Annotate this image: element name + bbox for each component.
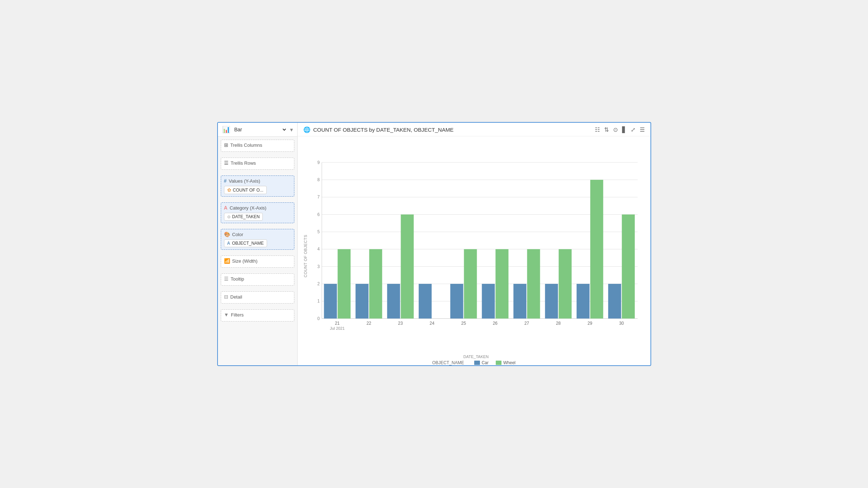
svg-text:8: 8 bbox=[317, 177, 319, 182]
legend-item-wheel: Wheel bbox=[496, 360, 515, 365]
sidebar-section-size[interactable]: 📶 Size (Width) bbox=[221, 255, 294, 268]
svg-text:2: 2 bbox=[317, 281, 319, 286]
svg-rect-45 bbox=[559, 249, 571, 318]
svg-text:5: 5 bbox=[317, 229, 319, 234]
car-legend-label: Car bbox=[482, 360, 489, 365]
wheel-legend-label: Wheel bbox=[503, 360, 515, 365]
svg-rect-29 bbox=[387, 284, 400, 319]
sidebar-section-category-x[interactable]: A Category (X-Axis) ⊙ DATE_TAKEN bbox=[221, 202, 294, 223]
sort-tool-icon[interactable]: ⇅ bbox=[604, 126, 609, 133]
target-tool-icon[interactable]: ⊙ bbox=[613, 126, 618, 133]
svg-rect-32 bbox=[419, 284, 431, 319]
sidebar-section-trellis-rows[interactable]: ☰ Trellis Rows bbox=[221, 158, 294, 170]
svg-rect-39 bbox=[495, 249, 508, 318]
tooltip-icon: ☰ bbox=[224, 276, 229, 282]
x-axis-label: DATE_TAKEN bbox=[308, 355, 645, 359]
size-header: 📶 Size (Width) bbox=[224, 258, 291, 264]
menu-tool-icon[interactable]: ☰ bbox=[640, 126, 645, 133]
chart-title: 🌐 COUNT OF OBJECTS by DATE_TAKEN, OBJECT… bbox=[303, 126, 454, 133]
svg-text:25: 25 bbox=[461, 321, 466, 326]
svg-text:26: 26 bbox=[493, 321, 498, 326]
svg-rect-50 bbox=[608, 284, 621, 319]
svg-rect-41 bbox=[513, 284, 526, 319]
filters-header: ▼ Filters bbox=[224, 312, 291, 318]
svg-rect-22 bbox=[324, 284, 337, 319]
color-header: 🎨 Color bbox=[224, 231, 291, 237]
svg-text:30: 30 bbox=[619, 321, 624, 326]
category-x-header: A Category (X-Axis) bbox=[224, 205, 291, 211]
chart-type-selector[interactable]: 📊 Bar ▾ bbox=[218, 123, 297, 137]
sidebar-section-filters[interactable]: ▼ Filters bbox=[221, 309, 294, 322]
wheel-swatch bbox=[496, 361, 501, 365]
clock-icon: ⊙ bbox=[227, 215, 230, 219]
detail-icon: ⊟ bbox=[224, 294, 228, 300]
globe-icon: 🌐 bbox=[303, 126, 311, 133]
svg-text:7: 7 bbox=[317, 194, 319, 200]
legend-item-car: Car bbox=[474, 360, 489, 365]
svg-text:0: 0 bbox=[317, 316, 319, 321]
bar-chart-svg: 012345678921Jul 2021222324252627282930 bbox=[308, 142, 645, 353]
svg-rect-48 bbox=[590, 180, 603, 319]
color-palette-icon: 🎨 bbox=[224, 231, 230, 237]
chart-body: COUNT OF OBJECTS 012345678921Jul 2021222… bbox=[298, 136, 650, 365]
hash-icon: # bbox=[224, 178, 227, 184]
svg-text:6: 6 bbox=[317, 212, 319, 217]
text-icon: A bbox=[224, 205, 228, 211]
svg-text:28: 28 bbox=[556, 321, 561, 326]
values-y-header: # Values (Y-Axis) bbox=[224, 178, 291, 184]
sidebar-section-color[interactable]: 🎨 Color A OBJECT_NAME bbox=[221, 229, 294, 250]
svg-rect-51 bbox=[622, 215, 635, 319]
filter-icon: ▼ bbox=[224, 312, 229, 318]
svg-rect-36 bbox=[464, 249, 477, 318]
puzzle-icon: ✿ bbox=[227, 187, 231, 193]
svg-rect-42 bbox=[527, 249, 540, 318]
sidebar-section-detail[interactable]: ⊟ Detail bbox=[221, 291, 294, 304]
chart-header: 🌐 COUNT OF OBJECTS by DATE_TAKEN, OBJECT… bbox=[298, 123, 650, 136]
svg-text:9: 9 bbox=[317, 160, 319, 165]
filter-tool-icon[interactable]: ☷ bbox=[595, 126, 600, 133]
trellis-rows-header: ☰ Trellis Rows bbox=[224, 160, 291, 166]
main-container: 📊 Bar ▾ ⊞ Trellis Columns ☰ Trellis Rows… bbox=[217, 122, 651, 366]
size-icon: 📶 bbox=[224, 258, 230, 264]
svg-rect-26 bbox=[355, 284, 368, 319]
svg-rect-35 bbox=[450, 284, 463, 319]
detail-header: ⊟ Detail bbox=[224, 294, 291, 300]
svg-rect-30 bbox=[401, 215, 414, 319]
chevron-down-icon: ▾ bbox=[290, 126, 293, 133]
svg-rect-23 bbox=[337, 249, 350, 318]
y-axis-label: COUNT OF OBJECTS bbox=[303, 142, 308, 359]
chart-plot: COUNT OF OBJECTS 012345678921Jul 2021222… bbox=[303, 142, 645, 359]
chart-type-dropdown[interactable]: Bar bbox=[233, 126, 287, 133]
object-name-chip[interactable]: A OBJECT_NAME bbox=[224, 239, 267, 247]
trellis-columns-icon: ⊞ bbox=[224, 142, 228, 148]
svg-text:1: 1 bbox=[317, 299, 319, 304]
bar-chart-icon: 📊 bbox=[222, 126, 230, 133]
svg-text:3: 3 bbox=[317, 264, 319, 269]
count-of-objects-chip[interactable]: ✿ COUNT OF O... bbox=[224, 186, 267, 194]
svg-text:22: 22 bbox=[366, 321, 371, 326]
sidebar: 📊 Bar ▾ ⊞ Trellis Columns ☰ Trellis Rows… bbox=[218, 123, 298, 365]
svg-rect-44 bbox=[545, 284, 558, 319]
sidebar-section-trellis-columns[interactable]: ⊞ Trellis Columns bbox=[221, 140, 294, 152]
bar-chart-tool-icon[interactable]: ▋ bbox=[622, 126, 626, 133]
chart-inner: 012345678921Jul 2021222324252627282930 D… bbox=[308, 142, 645, 359]
svg-rect-38 bbox=[482, 284, 495, 319]
date-taken-chip[interactable]: ⊙ DATE_TAKEN bbox=[224, 213, 263, 221]
svg-text:Jul 2021: Jul 2021 bbox=[330, 326, 345, 330]
svg-text:24: 24 bbox=[429, 321, 434, 326]
svg-text:29: 29 bbox=[587, 321, 592, 326]
svg-text:23: 23 bbox=[398, 321, 403, 326]
legend-field-label: OBJECT_NAME bbox=[432, 360, 464, 365]
svg-text:4: 4 bbox=[317, 247, 319, 252]
trellis-rows-icon: ☰ bbox=[224, 160, 229, 166]
chart-area: 🌐 COUNT OF OBJECTS by DATE_TAKEN, OBJECT… bbox=[298, 123, 650, 365]
trellis-columns-header: ⊞ Trellis Columns bbox=[224, 142, 291, 148]
chart-toolbar: ☷ ⇅ ⊙ ▋ ⤢ ☰ bbox=[595, 126, 645, 133]
sidebar-section-tooltip[interactable]: ☰ Tooltip bbox=[221, 273, 294, 286]
text-a-icon: A bbox=[227, 241, 230, 246]
sidebar-section-values-y[interactable]: # Values (Y-Axis) ✿ COUNT OF O... bbox=[221, 175, 294, 197]
chart-legend: OBJECT_NAME Car Wheel bbox=[303, 360, 645, 365]
tooltip-header: ☰ Tooltip bbox=[224, 276, 291, 282]
expand-tool-icon[interactable]: ⤢ bbox=[631, 126, 635, 133]
svg-text:27: 27 bbox=[524, 321, 529, 326]
